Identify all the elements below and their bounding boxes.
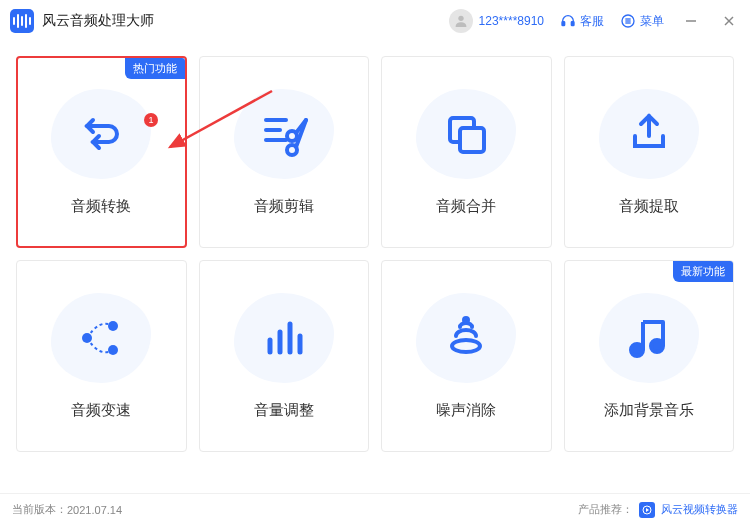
card-extract[interactable]: 音频提取: [564, 56, 735, 248]
music-icon: [599, 293, 699, 383]
version-value: 2021.07.14: [67, 504, 122, 516]
card-merge[interactable]: 音频合并: [381, 56, 552, 248]
close-button[interactable]: [718, 10, 740, 32]
svg-rect-1: [562, 22, 565, 26]
svg-point-30: [631, 344, 643, 356]
svg-point-0: [458, 16, 463, 21]
support-label: 客服: [580, 13, 604, 30]
recommend-icon: [639, 502, 655, 518]
speed-icon: [51, 293, 151, 383]
card-label: 音量调整: [254, 401, 314, 420]
denoise-icon: [416, 293, 516, 383]
version-label: 当前版本：: [12, 502, 67, 517]
card-label: 添加背景音乐: [604, 401, 694, 420]
menu-button[interactable]: 菜单: [620, 13, 664, 30]
card-label: 音频合并: [436, 197, 496, 216]
card-label: 噪声消除: [436, 401, 496, 420]
avatar[interactable]: [449, 9, 473, 33]
annotation-arrow: [150, 85, 280, 157]
card-music[interactable]: 最新功能添加背景音乐: [564, 260, 735, 452]
volume-icon: [234, 293, 334, 383]
menu-label: 菜单: [640, 13, 664, 30]
user-icon: [453, 13, 469, 29]
card-denoise[interactable]: 噪声消除: [381, 260, 552, 452]
footer: 当前版本： 2021.07.14 产品推荐： 风云视频转换器: [0, 493, 750, 525]
card-label: 音频剪辑: [254, 197, 314, 216]
svg-line-32: [170, 91, 272, 147]
feature-grid: 热门功能音频转换音频剪辑音频合并音频提取音频变速音量调整噪声消除最新功能添加背景…: [0, 42, 750, 452]
card-label: 音频提取: [619, 197, 679, 216]
username[interactable]: 123****8910: [479, 14, 544, 28]
svg-point-28: [464, 318, 468, 322]
hot-badge: 热门功能: [125, 58, 185, 79]
app-logo: [10, 9, 34, 33]
support-button[interactable]: 客服: [560, 13, 604, 30]
svg-point-27: [452, 340, 480, 352]
titlebar: 风云音频处理大师 123****8910 客服 菜单: [0, 0, 750, 42]
minimize-button[interactable]: [680, 10, 702, 32]
card-label: 音频变速: [71, 401, 131, 420]
menu-icon: [620, 13, 636, 29]
svg-rect-2: [571, 22, 574, 26]
card-volume[interactable]: 音量调整: [199, 260, 370, 452]
card-label: 音频转换: [71, 197, 131, 216]
svg-point-31: [651, 340, 663, 352]
svg-rect-18: [460, 128, 484, 152]
extract-icon: [599, 89, 699, 179]
app-title: 风云音频处理大师: [42, 12, 154, 30]
recommend-label: 产品推荐：: [578, 502, 633, 517]
convert-icon: [51, 89, 151, 179]
merge-icon: [416, 89, 516, 179]
annotation-marker: 1: [144, 113, 158, 127]
headset-icon: [560, 13, 576, 29]
recommend-link[interactable]: 风云视频转换器: [661, 502, 738, 517]
card-speed[interactable]: 音频变速: [16, 260, 187, 452]
new-badge: 最新功能: [673, 261, 733, 282]
